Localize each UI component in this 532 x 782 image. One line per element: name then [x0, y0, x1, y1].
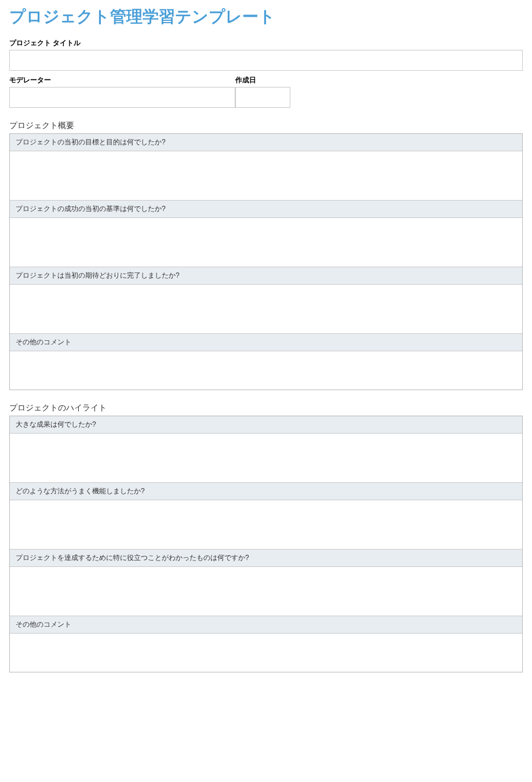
- highlights-q1-label: 大きな成果は何でしたか?: [10, 416, 522, 434]
- overview-q2-group: プロジェクトの成功の当初の基準は何でしたか?: [10, 201, 522, 267]
- highlights-q3-label: プロジェクトを達成するために特に役立つことがわかったものは何ですか?: [10, 550, 522, 567]
- moderator-input[interactable]: [9, 87, 235, 108]
- overview-q2-label: プロジェクトの成功の当初の基準は何でしたか?: [10, 201, 522, 218]
- highlights-q2-label: どのような方法がうまく機能しましたか?: [10, 483, 522, 500]
- created-date-group: 作成日: [235, 75, 290, 108]
- moderator-label: モデレーター: [9, 75, 235, 85]
- highlights-q4-label: その他のコメント: [10, 616, 522, 634]
- created-date-label: 作成日: [235, 75, 290, 85]
- meta-row: モデレーター 作成日: [9, 75, 523, 108]
- overview-q4-label: その他のコメント: [10, 334, 522, 351]
- section-highlights-title: プロジェクトのハイライト: [9, 403, 523, 413]
- project-title-input[interactable]: [9, 50, 523, 71]
- project-title-group: プロジェクト タイトル: [9, 38, 523, 71]
- overview-q3-input[interactable]: [10, 285, 522, 331]
- overview-q2-input[interactable]: [10, 218, 522, 264]
- overview-q3-group: プロジェクトは当初の期待どおりに完了しましたか?: [10, 267, 522, 334]
- overview-q4-input[interactable]: [10, 351, 522, 387]
- highlights-block: 大きな成果は何でしたか? どのような方法がうまく機能しましたか? プロジェクトを…: [9, 416, 523, 672]
- page-title: プロジェクト管理学習テンプレート: [9, 6, 523, 28]
- overview-block: プロジェクトの当初の目標と目的は何でしたか? プロジェクトの成功の当初の基準は何…: [9, 133, 523, 390]
- highlights-q4-group: その他のコメント: [10, 616, 522, 672]
- overview-q1-label: プロジェクトの当初の目標と目的は何でしたか?: [10, 134, 522, 151]
- section-overview: プロジェクト概要 プロジェクトの当初の目標と目的は何でしたか? プロジェクトの成…: [9, 121, 523, 390]
- highlights-q4-input[interactable]: [10, 634, 522, 670]
- highlights-q1-input[interactable]: [10, 434, 522, 480]
- section-highlights: プロジェクトのハイライト 大きな成果は何でしたか? どのような方法がうまく機能し…: [9, 403, 523, 672]
- highlights-q2-input[interactable]: [10, 500, 522, 547]
- highlights-q2-group: どのような方法がうまく機能しましたか?: [10, 483, 522, 550]
- project-title-label: プロジェクト タイトル: [9, 38, 523, 48]
- overview-q3-label: プロジェクトは当初の期待どおりに完了しましたか?: [10, 267, 522, 285]
- highlights-q3-group: プロジェクトを達成するために特に役立つことがわかったものは何ですか?: [10, 550, 522, 616]
- highlights-q1-group: 大きな成果は何でしたか?: [10, 416, 522, 483]
- created-date-input[interactable]: [235, 87, 290, 108]
- overview-q1-group: プロジェクトの当初の目標と目的は何でしたか?: [10, 134, 522, 201]
- overview-q4-group: その他のコメント: [10, 334, 522, 390]
- moderator-group: モデレーター: [9, 75, 235, 108]
- highlights-q3-input[interactable]: [10, 567, 522, 613]
- section-overview-title: プロジェクト概要: [9, 121, 523, 131]
- overview-q1-input[interactable]: [10, 151, 522, 198]
